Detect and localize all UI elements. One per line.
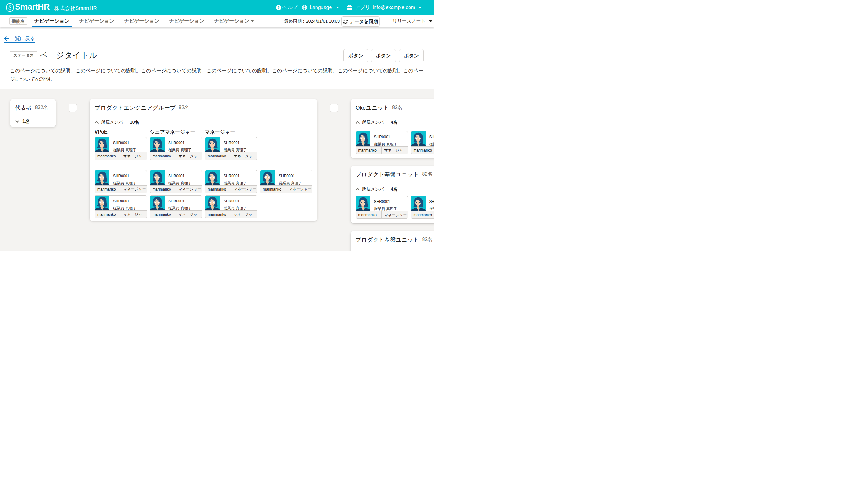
svg-text:?: ? xyxy=(278,5,280,10)
